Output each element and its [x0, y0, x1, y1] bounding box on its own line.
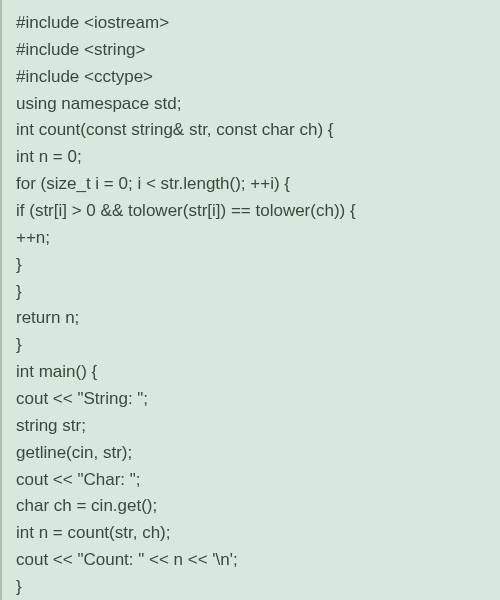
code-line: cout << "Char: ";	[16, 467, 486, 494]
code-line: }	[16, 279, 486, 306]
code-line: using namespace std;	[16, 91, 486, 118]
code-line: string str;	[16, 413, 486, 440]
code-line: cout << "String: ";	[16, 386, 486, 413]
code-line: int count(const string& str, const char …	[16, 117, 486, 144]
code-line: #include <iostream>	[16, 10, 486, 37]
code-block: #include <iostream> #include <string> #i…	[16, 10, 486, 600]
code-line: getline(cin, str);	[16, 440, 486, 467]
code-line: char ch = cin.get();	[16, 493, 486, 520]
code-line: #include <cctype>	[16, 64, 486, 91]
code-line: }	[16, 332, 486, 359]
code-line: for (size_t i = 0; i < str.length(); ++i…	[16, 171, 486, 198]
code-line: cout << "Count: " << n << '\n';	[16, 547, 486, 574]
code-line: int n = 0;	[16, 144, 486, 171]
code-line: ++n;	[16, 225, 486, 252]
code-line: int main() {	[16, 359, 486, 386]
code-line: return n;	[16, 305, 486, 332]
code-line: #include <string>	[16, 37, 486, 64]
code-line: }	[16, 574, 486, 600]
code-line: if (str[i] > 0 && tolower(str[i]) == tol…	[16, 198, 486, 225]
code-line: }	[16, 252, 486, 279]
code-line: int n = count(str, ch);	[16, 520, 486, 547]
